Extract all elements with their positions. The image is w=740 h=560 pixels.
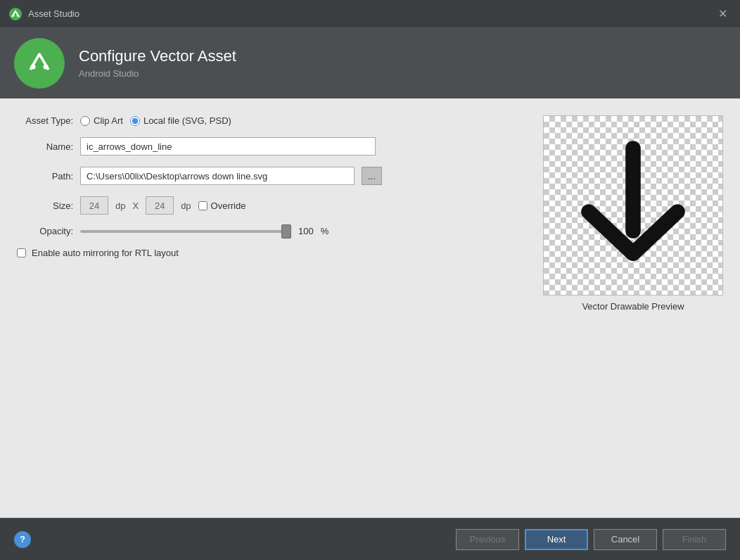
next-button[interactable]: Next — [525, 529, 588, 550]
clip-art-radio[interactable] — [80, 116, 90, 126]
size-dp2-label: dp — [181, 201, 191, 211]
browse-button[interactable]: ... — [362, 167, 382, 185]
size-height-input[interactable] — [146, 196, 174, 215]
local-file-label: Local file (SVG, PSD) — [143, 115, 231, 126]
size-row: Size: dp X dp Override — [17, 196, 526, 215]
android-studio-logo-icon — [22, 46, 57, 81]
svg-point-3 — [23, 46, 56, 80]
app-logo — [14, 38, 65, 89]
path-label: Path: — [17, 171, 73, 182]
auto-mirror-label: Enable auto mirroring for RTL layout — [32, 248, 179, 258]
finish-button[interactable]: Finish — [663, 529, 726, 550]
dialog-subtitle: Android Studio — [79, 68, 236, 79]
size-width-input[interactable] — [80, 196, 108, 215]
close-button[interactable]: ✕ — [714, 7, 732, 21]
dialog-header: Configure Vector Asset Android Studio — [0, 28, 740, 98]
asset-type-row: Asset Type: Clip Art Local file (SVG, PS… — [17, 115, 526, 126]
help-button[interactable]: ? — [14, 531, 31, 548]
name-input[interactable] — [80, 137, 376, 155]
header-titles: Configure Vector Asset Android Studio — [79, 47, 236, 79]
size-x-label: X — [132, 201, 139, 211]
override-label: Override — [211, 201, 246, 211]
arrow-down-preview-icon — [570, 135, 696, 276]
cancel-button[interactable]: Cancel — [594, 529, 657, 550]
size-label: Size: — [17, 201, 73, 211]
size-controls: dp X dp Override — [80, 196, 526, 215]
preview-canvas — [543, 115, 723, 295]
name-controls — [80, 137, 526, 155]
clip-art-option[interactable]: Clip Art — [80, 115, 123, 126]
path-controls: ... — [80, 167, 526, 185]
form-area: Asset Type: Clip Art Local file (SVG, PS… — [17, 115, 526, 501]
preview-area: Vector Drawable Preview — [543, 115, 723, 501]
title-bar-left: Asset Studio — [8, 7, 79, 21]
override-checkbox[interactable] — [198, 201, 208, 210]
auto-mirror-checkbox[interactable] — [17, 248, 26, 257]
opacity-controls: 100 % — [80, 226, 526, 236]
content-area: Asset Type: Clip Art Local file (SVG, PS… — [0, 98, 740, 518]
svg-point-4 — [31, 64, 36, 69]
svg-point-1 — [13, 14, 15, 16]
footer-right: Previous Next Cancel Finish — [456, 529, 726, 550]
name-row: Name: — [17, 137, 526, 155]
app-icon — [8, 7, 23, 21]
override-option[interactable]: Override — [198, 201, 246, 211]
preview-label: Vector Drawable Preview — [582, 301, 684, 312]
footer: ? Previous Next Cancel Finish — [0, 518, 740, 560]
svg-point-0 — [9, 8, 22, 20]
opacity-label: Opacity: — [17, 226, 73, 236]
footer-left: ? — [14, 531, 31, 548]
local-file-option[interactable]: Local file (SVG, PSD) — [130, 115, 231, 126]
auto-mirror-row: Enable auto mirroring for RTL layout — [17, 248, 526, 258]
asset-type-controls: Clip Art Local file (SVG, PSD) — [80, 115, 526, 126]
title-bar: Asset Studio ✕ — [0, 0, 740, 28]
path-input[interactable] — [80, 167, 355, 185]
path-row: Path: ... — [17, 167, 526, 185]
local-file-radio[interactable] — [130, 116, 140, 126]
size-dp1-label: dp — [115, 201, 125, 211]
name-label: Name: — [17, 141, 73, 152]
opacity-value: 100 — [298, 226, 314, 236]
clip-art-label: Clip Art — [94, 115, 123, 126]
opacity-row: Opacity: 100 % — [17, 226, 526, 236]
opacity-slider[interactable] — [80, 230, 291, 233]
window-title: Asset Studio — [28, 8, 79, 19]
svg-point-5 — [44, 64, 49, 69]
opacity-unit: % — [321, 226, 329, 236]
previous-button[interactable]: Previous — [456, 529, 519, 550]
asset-type-label: Asset Type: — [17, 115, 73, 126]
dialog-title: Configure Vector Asset — [79, 47, 236, 65]
svg-point-2 — [17, 14, 19, 16]
